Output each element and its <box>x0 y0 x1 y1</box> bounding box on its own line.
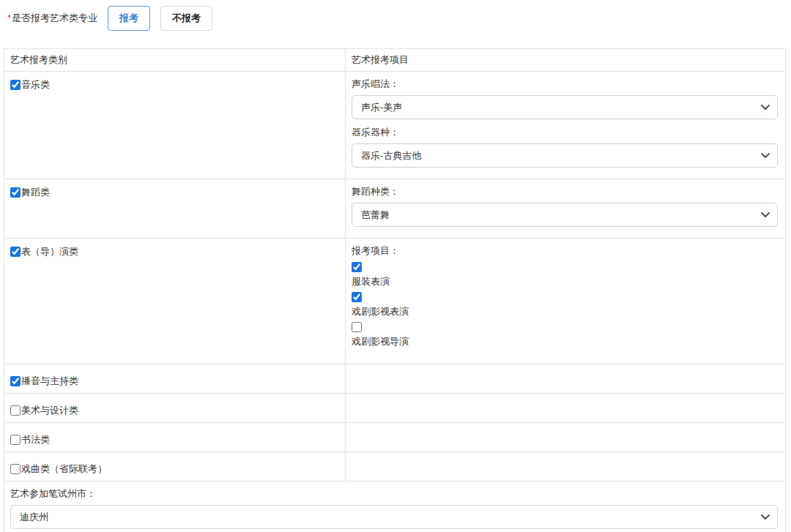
music-category-option[interactable]: 音乐类 <box>10 76 338 91</box>
question-label-text: 是否报考艺术类专业 <box>12 12 97 23</box>
opera-category-checkbox[interactable] <box>10 464 21 474</box>
performance-option-costume: 服装表演 <box>352 262 778 288</box>
calligraphy-category-option[interactable]: 书法类 <box>10 431 338 446</box>
broadcast-category-label: 播音与主持类 <box>21 375 78 388</box>
costume-performance-label: 服装表演 <box>352 275 778 288</box>
table-row-performance: 表（导）演类 报考项目： 服装表演 戏剧影视表演 戏剧影视导演 <box>4 239 786 364</box>
music-category-cell: 音乐类 <box>4 72 346 179</box>
calligraphy-category-cell: 书法类 <box>4 423 346 452</box>
drama-film-directing-checkbox[interactable] <box>352 322 362 332</box>
art-design-category-option[interactable]: 美术与设计类 <box>10 402 338 417</box>
broadcast-category-checkbox[interactable] <box>10 376 21 386</box>
music-items-cell: 声乐唱法： 声乐-美声 器乐器种： 器乐-古典吉他 <box>346 72 786 179</box>
table-row-opera: 戏曲类（省际联考） <box>4 452 786 482</box>
exam-city-label: 艺术参加笔试州市： <box>10 487 778 501</box>
table-row-music: 音乐类 声乐唱法： 声乐-美声 器乐器种： 器乐-古典吉他 <box>4 72 786 179</box>
drama-film-acting-checkbox[interactable] <box>352 292 362 302</box>
table-row-calligraphy: 书法类 <box>4 423 786 452</box>
music-category-label: 音乐类 <box>21 78 50 91</box>
performance-category-label: 表（导）演类 <box>21 245 78 258</box>
broadcast-category-option[interactable]: 播音与主持类 <box>10 372 338 388</box>
opera-category-option[interactable]: 戏曲类（省际联考） <box>10 460 338 476</box>
dance-type-select[interactable]: 芭蕾舞 <box>352 203 778 227</box>
opera-items-cell <box>346 452 786 482</box>
table-row-exam-city: 艺术参加笔试州市： 迪庆州 <box>4 482 786 532</box>
apply-button[interactable]: 报考 <box>108 6 150 31</box>
vocal-method-label: 声乐唱法： <box>352 78 778 91</box>
exam-city-select-wrap: 迪庆州 <box>10 505 778 529</box>
vocal-method-select-wrap: 声乐-美声 <box>352 95 778 119</box>
performance-option-drama-acting: 戏剧影视表演 <box>352 292 778 318</box>
required-asterisk: * <box>7 12 11 23</box>
music-category-checkbox[interactable] <box>10 80 21 90</box>
art-design-category-label: 美术与设计类 <box>21 404 78 417</box>
table-row-dance: 舞蹈类 舞蹈种类： 芭蕾舞 <box>4 179 786 239</box>
art-design-category-checkbox[interactable] <box>10 405 21 416</box>
performance-items-label: 报考项目： <box>352 244 778 258</box>
drama-film-directing-label: 戏剧影视导演 <box>352 335 778 348</box>
broadcast-items-cell <box>346 364 786 394</box>
drama-film-acting-label: 戏剧影视表演 <box>352 305 778 318</box>
dance-category-cell: 舞蹈类 <box>4 179 346 239</box>
vocal-method-select[interactable]: 声乐-美声 <box>352 95 778 119</box>
costume-performance-checkbox[interactable] <box>352 262 362 272</box>
art-design-category-cell: 美术与设计类 <box>4 394 346 423</box>
art-category-table: 艺术报考类别 艺术报考项目 音乐类 声乐唱法： 声乐-美声 器乐器种： <box>4 48 786 532</box>
header-items-cell: 艺术报考项目 <box>346 49 786 72</box>
performance-category-option[interactable]: 表（导）演类 <box>10 243 338 258</box>
dance-category-option[interactable]: 舞蹈类 <box>10 184 338 199</box>
exam-city-select[interactable]: 迪庆州 <box>10 505 778 529</box>
broadcast-category-cell: 播音与主持类 <box>4 364 346 394</box>
apply-question-bar: *是否报考艺术类专业 报考 不报考 <box>0 0 791 31</box>
dance-type-select-wrap: 芭蕾舞 <box>352 203 778 227</box>
dance-category-label: 舞蹈类 <box>21 186 50 199</box>
header-category-cell: 艺术报考类别 <box>4 49 346 72</box>
instrument-type-select[interactable]: 器乐-古典吉他 <box>352 143 778 168</box>
performance-category-checkbox[interactable] <box>10 247 21 257</box>
table-row-broadcast: 播音与主持类 <box>4 364 786 394</box>
table-header-row: 艺术报考类别 艺术报考项目 <box>4 49 786 72</box>
dance-type-label: 舞蹈种类： <box>352 185 778 198</box>
calligraphy-category-checkbox[interactable] <box>10 435 21 445</box>
decline-button[interactable]: 不报考 <box>160 6 212 31</box>
calligraphy-items-cell <box>346 423 786 452</box>
question-label: *是否报考艺术类专业 <box>7 12 97 25</box>
instrument-type-select-wrap: 器乐-古典吉他 <box>352 143 778 168</box>
opera-category-label: 戏曲类（省际联考） <box>21 462 107 476</box>
instrument-type-label: 器乐器种： <box>352 126 778 139</box>
table-row-art-design: 美术与设计类 <box>4 394 786 423</box>
dance-category-checkbox[interactable] <box>10 187 21 198</box>
performance-category-cell: 表（导）演类 <box>4 239 346 364</box>
art-design-items-cell <box>346 394 786 423</box>
performance-items-cell: 报考项目： 服装表演 戏剧影视表演 戏剧影视导演 <box>346 239 786 364</box>
dance-items-cell: 舞蹈种类： 芭蕾舞 <box>346 179 786 239</box>
opera-category-cell: 戏曲类（省际联考） <box>4 452 346 482</box>
performance-option-drama-directing: 戏剧影视导演 <box>352 322 778 348</box>
exam-city-cell: 艺术参加笔试州市： 迪庆州 <box>4 482 786 532</box>
calligraphy-category-label: 书法类 <box>21 433 50 446</box>
